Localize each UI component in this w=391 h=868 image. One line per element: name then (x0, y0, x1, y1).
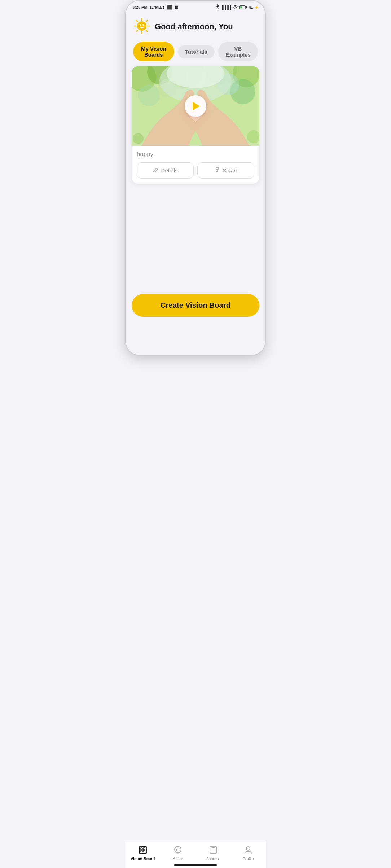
svg-line-6 (146, 30, 148, 32)
play-button[interactable] (185, 95, 206, 117)
create-button-wrapper: Create Vision Board (126, 290, 265, 323)
status-bar: 3:28 PM 1.7MB/s ⬛ ▦ ▐▐▐▐ 41 ⚡ (126, 1, 265, 12)
share-icon (214, 167, 220, 174)
greeting-text: Good afternoon, You (155, 22, 233, 31)
svg-line-5 (136, 21, 138, 22)
svg-point-25 (133, 133, 144, 144)
svg-point-0 (235, 9, 236, 9)
status-speed: 1.7MB/s (150, 5, 165, 9)
content-spacer (126, 189, 265, 290)
main-content: Good afternoon, You My Vision Boards Tut… (126, 12, 265, 355)
pencil-icon (153, 167, 159, 174)
svg-line-7 (146, 21, 148, 22)
tab-my-vision-boards[interactable]: My Vision Boards (133, 42, 174, 61)
header: Good afternoon, You (126, 12, 265, 40)
vision-board-card: happy Details Share (132, 66, 259, 184)
svg-point-9 (137, 21, 146, 31)
bluetooth-icon (215, 4, 220, 10)
sun-icon (133, 17, 150, 36)
vb-card-body: happy Details Share (132, 146, 259, 184)
signal-icon: ▐▐▐▐ (221, 5, 231, 9)
svg-point-11 (143, 25, 144, 26)
svg-point-10 (140, 25, 141, 26)
svg-point-18 (138, 84, 160, 106)
wifi-icon (233, 5, 238, 10)
play-icon (193, 102, 200, 110)
vb-card-title: happy (137, 151, 254, 158)
vb-image (132, 66, 259, 146)
vb-actions: Details Share (137, 162, 254, 179)
create-vision-board-button[interactable]: Create Vision Board (132, 294, 259, 317)
status-time: 3:28 PM (132, 5, 148, 9)
tabs-row: My Vision Boards Tutorials VB Examples (126, 40, 265, 66)
battery-icon (239, 5, 247, 9)
message-icon: ▦ (174, 5, 178, 10)
tab-tutorials[interactable]: Tutorials (178, 45, 215, 58)
details-label: Details (161, 167, 178, 174)
share-button[interactable]: Share (197, 162, 254, 179)
svg-rect-28 (216, 167, 218, 170)
screen-cast-icon: ⬛ (167, 5, 172, 10)
tab-vb-examples[interactable]: VB Examples (218, 42, 258, 61)
details-button[interactable]: Details (137, 162, 194, 179)
share-label: Share (223, 167, 237, 174)
svg-line-8 (136, 30, 138, 32)
charging-icon: ⚡ (254, 5, 259, 9)
battery-percent: 41 (249, 5, 253, 9)
